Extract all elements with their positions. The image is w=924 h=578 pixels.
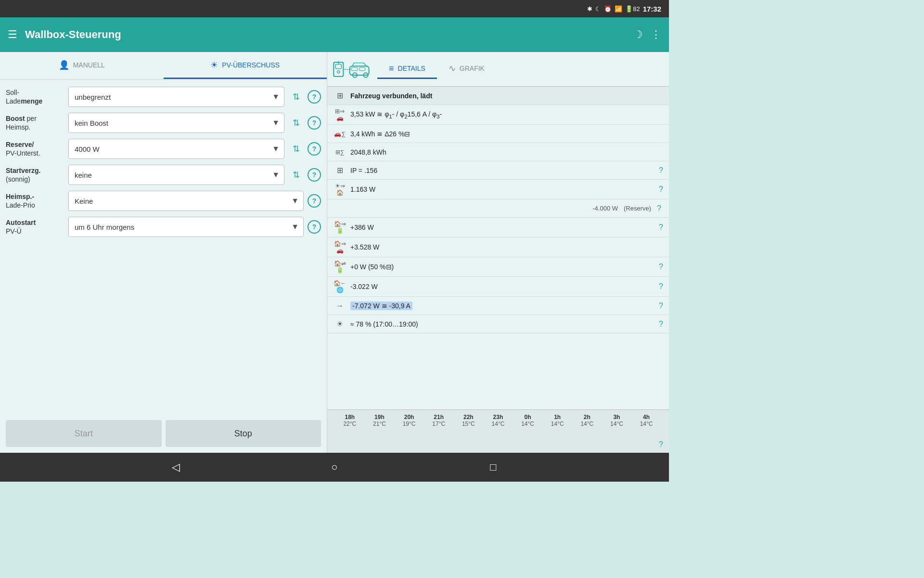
session-energy-text: 3,4 kWh ≅ Δ26 %⊟ bbox=[350, 130, 663, 138]
svg-point-2 bbox=[337, 70, 340, 73]
label-startverzg: Startverzg.(sonnig) bbox=[6, 166, 68, 184]
help-home-power[interactable]: ? bbox=[659, 185, 663, 194]
forecast-0h: 0h 14°C bbox=[521, 414, 534, 427]
grafik-tab-icon: ∿ bbox=[449, 63, 456, 74]
forecast-1h-temp: 14°C bbox=[551, 420, 564, 427]
power-phases-icon: ⊞⇒🚗 bbox=[333, 108, 346, 121]
forecast-area: 18h 22°C 19h 21°C 20h 19°C 21h 17°C 22h bbox=[327, 409, 669, 453]
form-row-heimsp: Heimsp.-Lade-Prio Keine ▼ ? bbox=[0, 188, 327, 214]
reserve-value-text: -4.000 W bbox=[592, 205, 618, 212]
actions-boost: ⇅ ? bbox=[288, 115, 321, 131]
svg-rect-8 bbox=[352, 67, 358, 71]
total-flow-icon: → bbox=[333, 302, 346, 310]
details-content: ⊞ Fahrzeug verbunden, lädt ⊞⇒🚗 3,53 kW ≅… bbox=[327, 87, 669, 409]
forecast-22h-hour: 22h bbox=[462, 414, 475, 420]
select-reserve[interactable]: 4000 W bbox=[68, 139, 284, 159]
detail-row-sun-forecast: ☀ ≈ 78 % (17:00…19:00) ? bbox=[327, 315, 669, 333]
detail-row-home-battery: 🏠⇒🔋 +386 W ? bbox=[327, 218, 669, 237]
alarm-icon: ⏰ bbox=[604, 5, 612, 13]
forecast-4h: 4h 14°C bbox=[640, 414, 653, 427]
tab-details[interactable]: ≡ DETAILS bbox=[377, 59, 437, 79]
moon-icon: ☾ bbox=[595, 5, 601, 13]
updown-btn-boost[interactable]: ⇅ bbox=[288, 115, 304, 131]
menu-icon[interactable]: ☰ bbox=[8, 28, 17, 41]
actions-heimsp: ? bbox=[308, 194, 321, 208]
status-icon: ⊞ bbox=[333, 91, 346, 100]
details-tab-icon: ≡ bbox=[389, 64, 394, 74]
help-forecast[interactable]: ? bbox=[659, 440, 663, 449]
home-batt-bidir-icon: 🏠⇌🔋 bbox=[333, 260, 346, 274]
help-btn-heimsp[interactable]: ? bbox=[308, 194, 321, 208]
form-row-soll-lademenge: Soll-Lademenge unbegrenzt ▼ ⇅ ? bbox=[0, 84, 327, 110]
help-sun-forecast[interactable]: ? bbox=[659, 320, 663, 328]
more-options-icon[interactable]: ⋮ bbox=[651, 28, 661, 41]
help-grid-export[interactable]: ? bbox=[659, 282, 663, 291]
home-car-icon: 🏠⇒🚗 bbox=[333, 240, 346, 254]
ip-icon: ⊞ bbox=[333, 166, 346, 175]
forecast-3h-temp: 14°C bbox=[610, 420, 623, 427]
select-wrapper-soll-lademenge: unbegrenzt ▼ bbox=[68, 87, 284, 107]
right-panel: ≡ DETAILS ∿ GRAFIK ⊞ Fahrzeug verbunden,… bbox=[327, 52, 669, 453]
home-car-text: +3.528 W bbox=[350, 243, 663, 251]
help-btn-autostart[interactable]: ? bbox=[308, 220, 321, 234]
select-autostart[interactable]: um 6 Uhr morgens bbox=[68, 217, 304, 237]
forecast-20h-hour: 20h bbox=[403, 414, 416, 420]
nav-recent-button[interactable]: □ bbox=[484, 458, 503, 477]
forecast-22h-temp: 15°C bbox=[462, 420, 475, 427]
updown-btn-startverzg[interactable]: ⇅ bbox=[288, 167, 304, 183]
label-reserve: Reserve/PV-Unterst. bbox=[6, 140, 68, 158]
help-home-battery[interactable]: ? bbox=[659, 223, 663, 232]
help-total-flow[interactable]: ? bbox=[659, 302, 663, 310]
home-battery-icon: 🏠⇒🔋 bbox=[333, 221, 346, 234]
bluetooth-icon: ✱ bbox=[587, 5, 592, 13]
detail-row-power-phases: ⊞⇒🚗 3,53 kW ≅ φ1- / φ215,6 A / φ3- bbox=[327, 105, 669, 125]
tab-pvueberschuss[interactable]: ☀ PV-ÜBERSCHUSS bbox=[164, 52, 327, 79]
detail-row-ip: ⊞ IP = .156 ? bbox=[327, 161, 669, 180]
status-text: Fahrzeug verbunden, lädt bbox=[350, 92, 663, 100]
help-ip[interactable]: ? bbox=[659, 166, 663, 175]
forecast-4h-hour: 4h bbox=[640, 414, 653, 420]
detail-row-session-energy: 🚗∑ 3,4 kWh ≅ Δ26 %⊟ bbox=[327, 125, 669, 143]
help-home-batt-bidir[interactable]: ? bbox=[659, 263, 663, 271]
theme-toggle-icon[interactable]: ☽ bbox=[633, 28, 643, 41]
select-boost[interactable]: kein Boost bbox=[68, 113, 284, 133]
help-reserve-info[interactable]: ? bbox=[657, 204, 661, 213]
reserve-label-text: (Reserve) bbox=[624, 205, 651, 212]
help-btn-boost[interactable]: ? bbox=[308, 116, 321, 130]
app-title: Wallbox-Steuerung bbox=[25, 28, 626, 41]
svg-rect-9 bbox=[359, 67, 365, 71]
actions-soll-lademenge: ⇅ ? bbox=[288, 89, 321, 105]
home-power-icon: ☀⇒🏠 bbox=[333, 183, 346, 196]
status-row: ⊞ Fahrzeug verbunden, lädt bbox=[327, 87, 669, 105]
help-btn-soll-lademenge[interactable]: ? bbox=[308, 90, 321, 104]
detail-row-reserve-info: -4.000 W (Reserve) ? bbox=[327, 199, 669, 218]
tab-pvueberschuss-label: PV-ÜBERSCHUSS bbox=[222, 61, 280, 69]
tab-manuell[interactable]: 👤 MANUELL bbox=[0, 52, 164, 79]
forecast-20h: 20h 19°C bbox=[403, 414, 416, 427]
start-button[interactable]: Start bbox=[6, 420, 162, 447]
updown-btn-reserve[interactable]: ⇅ bbox=[288, 141, 304, 157]
tab-grafik-label: GRAFIK bbox=[460, 65, 485, 72]
nav-home-button[interactable]: ○ bbox=[325, 458, 344, 477]
tab-grafik[interactable]: ∿ GRAFIK bbox=[437, 59, 496, 79]
forecast-18h: 18h 22°C bbox=[343, 414, 356, 427]
select-heimsp[interactable]: Keine bbox=[68, 191, 304, 211]
battery-icon: 🔋82 bbox=[625, 5, 640, 13]
updown-btn-soll-lademenge[interactable]: ⇅ bbox=[288, 89, 304, 105]
forecast-21h: 21h 17°C bbox=[432, 414, 445, 427]
label-soll-lademenge: Soll-Lademenge bbox=[6, 88, 68, 105]
forecast-19h: 19h 21°C bbox=[373, 414, 386, 427]
total-energy-icon: ⊞∑ bbox=[333, 149, 346, 156]
select-startverzg[interactable]: keine bbox=[68, 165, 284, 185]
forecast-21h-temp: 17°C bbox=[432, 420, 445, 427]
select-soll-lademenge[interactable]: unbegrenzt bbox=[68, 87, 284, 107]
form-row-startverzg: Startverzg.(sonnig) keine ▼ ⇅ ? bbox=[0, 162, 327, 188]
nav-back-button[interactable]: ◁ bbox=[166, 458, 185, 477]
stop-button[interactable]: Stop bbox=[166, 420, 321, 447]
session-energy-icon: 🚗∑ bbox=[333, 131, 346, 137]
help-btn-reserve[interactable]: ? bbox=[308, 142, 321, 156]
tab-details-label: DETAILS bbox=[398, 65, 425, 72]
total-flow-text: -7.072 W ≅ -30,9 A bbox=[350, 302, 655, 310]
select-wrapper-reserve: 4000 W ▼ bbox=[68, 139, 284, 159]
help-btn-startverzg[interactable]: ? bbox=[308, 168, 321, 182]
